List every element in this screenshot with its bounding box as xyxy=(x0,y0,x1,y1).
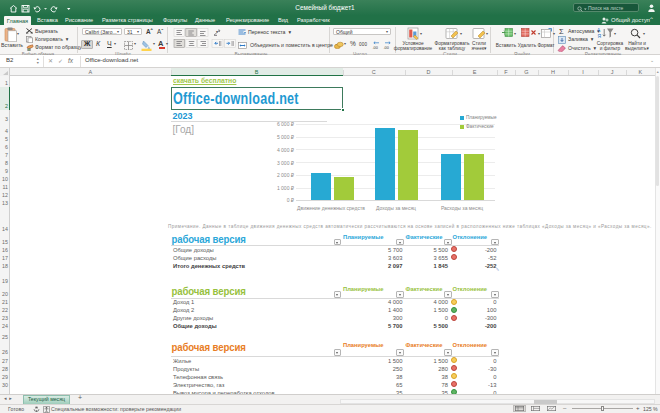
svg-text:Я: Я xyxy=(597,33,601,39)
svg-text:.00: .00 xyxy=(384,45,389,49)
svg-text:.00: .00 xyxy=(373,45,378,49)
